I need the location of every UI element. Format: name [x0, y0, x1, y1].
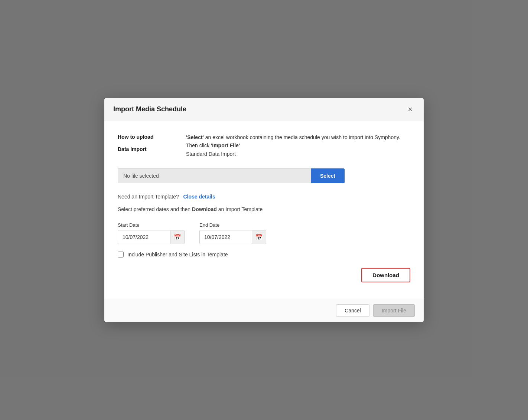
cancel-button[interactable]: Cancel — [336, 304, 369, 317]
modal-title: Import Media Schedule — [113, 105, 186, 113]
info-section: How to upload Data Import 'Select' an ex… — [118, 133, 410, 158]
start-date-field: Start Date 📅 — [118, 222, 185, 244]
template-prompt: Need an Import Template? Close details — [118, 194, 410, 200]
end-date-wrapper: 📅 — [199, 230, 266, 244]
start-date-calendar-button[interactable]: 📅 — [170, 230, 184, 244]
start-date-input[interactable] — [118, 230, 170, 244]
file-select-row: No file selected Select — [118, 168, 410, 183]
close-details-link[interactable]: Close details — [183, 194, 215, 200]
checkbox-label[interactable]: Include Publisher and Site Lists in Temp… — [127, 252, 228, 257]
prompt-text: Need an Import Template? — [118, 194, 179, 200]
download-button[interactable]: Download — [361, 268, 410, 282]
end-date-field: End Date 📅 — [199, 222, 266, 244]
download-row: Download — [118, 268, 410, 282]
import-modal: Import Media Schedule × How to upload Da… — [104, 98, 424, 322]
file-input-display: No file selected — [118, 168, 311, 183]
modal-header: Import Media Schedule × — [104, 98, 424, 121]
how-to-upload-label: How to upload — [118, 133, 177, 141]
template-desc-part1: Select preferred dates and then — [118, 206, 192, 212]
checkbox-row: Include Publisher and Site Lists in Temp… — [118, 252, 410, 257]
info-content: 'Select' an excel workbook containing th… — [186, 133, 410, 158]
template-section: Need an Import Template? Close details S… — [118, 194, 410, 282]
end-date-calendar-button[interactable]: 📅 — [252, 230, 266, 244]
template-description: Select preferred dates and then Download… — [118, 206, 410, 213]
modal-body: How to upload Data Import 'Select' an ex… — [104, 121, 424, 299]
no-file-text: No file selected — [123, 173, 159, 179]
modal-footer: Cancel Import File — [104, 299, 424, 322]
data-import-label: Data Import — [118, 145, 177, 153]
start-date-wrapper: 📅 — [118, 230, 185, 244]
dates-row: Start Date 📅 End Date 📅 — [118, 222, 410, 244]
import-file-button[interactable]: Import File — [373, 304, 415, 317]
end-date-input[interactable] — [200, 230, 252, 244]
select-button[interactable]: Select — [311, 168, 345, 183]
start-date-label: Start Date — [118, 222, 185, 228]
info-labels: How to upload Data Import — [118, 133, 177, 158]
end-date-label: End Date — [199, 222, 266, 228]
template-desc-part2: an Import Template — [217, 206, 263, 212]
description-text: 'Select' an excel workbook containing th… — [186, 134, 400, 148]
modal-overlay: Import Media Schedule × How to upload Da… — [0, 0, 528, 420]
publisher-site-checkbox[interactable] — [118, 252, 124, 257]
data-import-value: Standard Data Import — [186, 151, 236, 157]
close-button[interactable]: × — [405, 105, 415, 114]
template-desc-bold: Download — [192, 206, 217, 212]
